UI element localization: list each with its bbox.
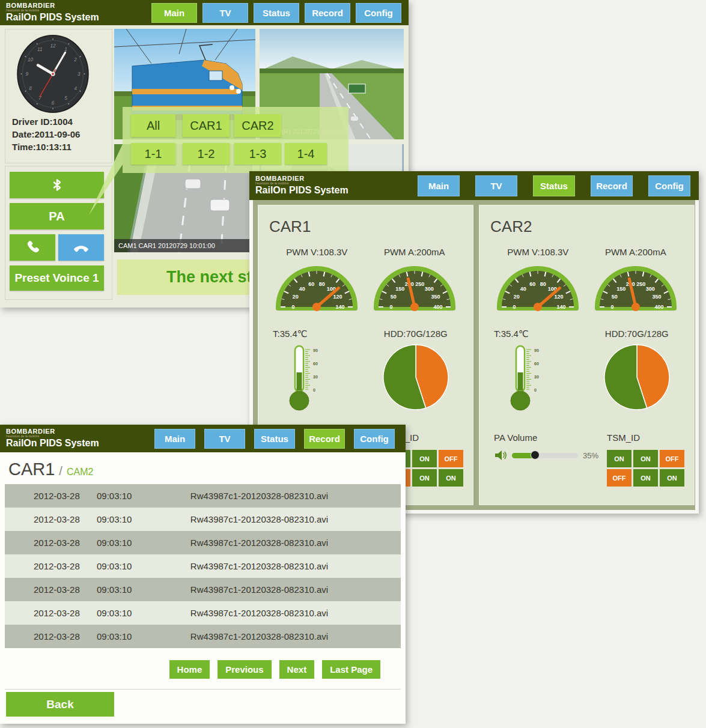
analog-clock: 12 1 2 3 4 5 6 7 8 9 10 11 — [16, 34, 90, 117]
tab-config[interactable]: Config — [356, 3, 401, 23]
svg-text:20: 20 — [514, 294, 520, 300]
tab-tv[interactable]: TV — [204, 429, 245, 449]
pwm-a-gauge: 050150200250300350400 — [370, 260, 460, 312]
tab-record[interactable]: Record — [304, 429, 345, 449]
svg-text:0: 0 — [292, 304, 295, 310]
table-row[interactable]: 2012-03-28 09:03:10 Rw43987c1-20120328-0… — [5, 508, 401, 531]
app-title: RailOn PIDS System — [6, 13, 99, 23]
main-header: BOMBARDIER l'évolution de la mobilité Ra… — [0, 0, 409, 25]
pa-volume-label: PA Volume — [494, 432, 598, 443]
cam-select-1-2[interactable]: 1-2 — [183, 143, 230, 165]
svg-text:30: 30 — [313, 375, 318, 379]
pwm-a-label: PWM A:200mA — [366, 247, 464, 257]
previous-button[interactable]: Previous — [218, 660, 271, 679]
record-window: BOMBARDIER l'évolution de la mobilité Ra… — [0, 425, 406, 724]
tsm-button[interactable]: ON — [633, 450, 658, 467]
pwm-a-gauge: 050150200250300350400 — [591, 260, 681, 312]
table-row[interactable]: 2012-03-28 09:03:10 Rw43987c1-20120328-0… — [5, 531, 401, 554]
tsm-button-grid: ON ON OFF OFF ON ON — [607, 450, 684, 487]
last-page-button[interactable]: Last Page — [322, 660, 380, 679]
svg-text:400: 400 — [654, 304, 663, 310]
tsm-button[interactable]: OFF — [607, 469, 631, 487]
svg-text:4: 4 — [74, 86, 77, 91]
svg-text:40: 40 — [299, 286, 305, 292]
svg-text:0: 0 — [389, 304, 392, 310]
car2-panel: CAR2 PWM V:108.3V 020406080100120140 PWM… — [479, 205, 695, 505]
tsm-button[interactable]: ON — [412, 469, 437, 487]
temp-label: T:35.4℃ — [273, 329, 368, 339]
cam-select-all[interactable]: All — [131, 114, 175, 137]
tab-status[interactable]: Status — [254, 3, 299, 23]
tab-main[interactable]: Main — [151, 3, 197, 23]
app-title: RailOn PIDS System — [6, 438, 99, 449]
cam-select-car2[interactable]: CAR2 — [234, 114, 281, 137]
hdd-pie-chart — [601, 342, 672, 413]
tab-status[interactable]: Status — [533, 175, 575, 196]
svg-text:0: 0 — [610, 304, 613, 310]
hangup-button[interactable] — [58, 234, 104, 261]
cam-select-car1[interactable]: CAR1 — [183, 114, 230, 137]
svg-text:60: 60 — [530, 281, 536, 287]
home-button[interactable]: Home — [169, 660, 210, 679]
recordings-table: 2012-03-28 09:03:10 Rw43987c1-20120328-0… — [5, 484, 401, 648]
cam-select-1-3[interactable]: 1-3 — [234, 143, 281, 165]
tsm-button[interactable]: ON — [633, 469, 658, 487]
app-title: RailOn PIDS System — [255, 186, 348, 196]
slider-knob[interactable] — [531, 450, 540, 460]
svg-text:3: 3 — [78, 71, 81, 77]
tab-record[interactable]: Record — [591, 175, 633, 196]
tab-config[interactable]: Config — [354, 429, 395, 449]
table-row[interactable]: 2012-03-28 09:03:10 Rw43987c1-20120328-0… — [5, 625, 401, 648]
car-name: CAR1 — [269, 217, 463, 236]
phone-hangup-icon — [73, 239, 90, 256]
tsm-button[interactable]: ON — [660, 469, 684, 487]
table-row[interactable]: 2012-03-28 09:03:10 Rw43987c1-20120328-0… — [5, 484, 401, 508]
pa-volume-slider[interactable] — [512, 453, 578, 458]
table-row[interactable]: 2012-03-28 09:03:10 Rw43987c1-20120328-0… — [5, 601, 401, 625]
tsm-button[interactable]: OFF — [660, 450, 684, 467]
table-row[interactable]: 2012-03-28 09:03:10 Rw43987c1-20120328-0… — [5, 554, 401, 578]
hdd-pie-chart — [380, 342, 451, 413]
svg-text:9: 9 — [25, 71, 28, 77]
temp-label: T:35.4℃ — [494, 329, 589, 339]
preset-voice-button[interactable]: Preset Voince 1 — [10, 265, 104, 291]
tsm-button[interactable]: ON — [412, 450, 437, 467]
svg-text:1: 1 — [64, 47, 67, 52]
tab-tv[interactable]: TV — [475, 175, 517, 196]
tab-tv[interactable]: TV — [202, 3, 248, 23]
tab-main[interactable]: Main — [154, 429, 195, 449]
svg-text:0: 0 — [513, 304, 516, 310]
tsm-button[interactable]: ON — [439, 469, 463, 487]
tab-main[interactable]: Main — [418, 175, 460, 196]
brand-block: BOMBARDIER l'évolution de la mobilité Ra… — [249, 175, 348, 195]
pwm-v-label: PWM V:108.3V — [268, 247, 366, 257]
pwm-v-gauge: 020406080100120140 — [493, 260, 583, 312]
svg-text:140: 140 — [336, 304, 345, 310]
breadcrumb-cam[interactable]: CAM2 — [67, 467, 93, 478]
hdd-label: HDD:70G/128G — [589, 329, 685, 339]
tab-config[interactable]: Config — [648, 175, 690, 196]
cam-select-1-4[interactable]: 1-4 — [285, 143, 327, 165]
svg-text:90: 90 — [313, 348, 318, 353]
back-button[interactable]: Back — [6, 692, 114, 717]
svg-text:30: 30 — [534, 375, 539, 379]
svg-text:300: 300 — [425, 286, 434, 292]
cam-select-1-1[interactable]: 1-1 — [131, 143, 175, 165]
breadcrumb-separator: / — [59, 464, 62, 478]
table-row[interactable]: 2012-03-28 09:03:10 Rw43987c1-20120328-0… — [5, 578, 401, 601]
tab-status[interactable]: Status — [254, 429, 295, 449]
next-button[interactable]: Next — [279, 660, 315, 679]
tsm-button[interactable]: ON — [607, 450, 631, 467]
svg-text:90: 90 — [534, 348, 539, 353]
tsm-button[interactable]: OFF — [439, 450, 463, 467]
status-header: BOMBARDIER l'évolution de la mobilité Ra… — [249, 171, 699, 200]
svg-text:250: 250 — [636, 281, 645, 287]
thermometer: 9060300 — [281, 342, 332, 414]
call-button[interactable] — [10, 234, 55, 261]
nav-tabs: Main TV Status Record Config — [402, 175, 699, 196]
svg-text:300: 300 — [646, 286, 655, 292]
svg-text:11: 11 — [37, 47, 43, 52]
svg-text:120: 120 — [555, 294, 564, 300]
tab-record[interactable]: Record — [305, 3, 350, 23]
nav-tabs: Main TV Status Record Config — [145, 429, 406, 449]
